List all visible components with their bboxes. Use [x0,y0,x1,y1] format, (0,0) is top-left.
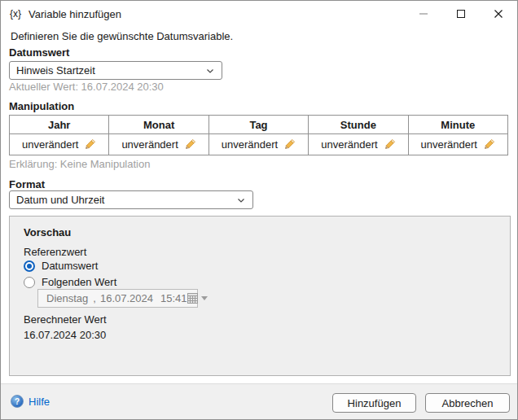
radio-folgenden-wert[interactable]: Folgenden Wert [24,276,116,288]
datumswert-dropdown-value: Hinweis Startzeit [16,64,95,77]
radio-selected-icon [24,260,35,272]
maximize-button[interactable] [442,1,480,27]
format-dropdown-value: Datum und Uhrzeit [16,194,104,206]
picker-day: Dienstag [46,292,88,304]
footer-bar: ? Hilfe Hinzufügen Abbrechen [1,383,517,419]
format-dropdown[interactable]: Datum und Uhrzeit [9,190,253,209]
variable-icon: {x} [10,8,21,20]
close-icon [494,9,503,19]
manipulation-cell-monat[interactable]: unverändert [109,134,209,155]
picker-comma: , [93,292,96,304]
titlebar: {x} Variable hinzufügen [1,1,517,27]
intro-text: Definieren Sie die gewünschte Datumsvari… [11,30,233,42]
pencil-icon[interactable] [483,138,495,151]
cancel-button[interactable]: Abbrechen [425,393,510,413]
help-link[interactable]: ? Hilfe [11,395,50,408]
pencil-icon[interactable] [283,138,296,151]
radio-datumswert-label: Datumswert [42,260,98,272]
picker-time: 15:41 [160,292,187,304]
minimize-button [405,1,442,27]
column-header-monat: Monat [109,116,209,134]
chevron-down-icon [205,66,215,76]
format-label: Format [9,178,45,190]
manipulation-value-stunde: unverändert [321,138,377,151]
window-title: Variable hinzufügen [29,8,121,20]
close-button[interactable] [480,1,517,27]
column-header-tag: Tag [209,116,309,134]
column-header-jahr: Jahr [10,116,109,134]
manipulation-cell-tag[interactable]: unverändert [209,134,309,155]
picker-dropdown-button [187,293,208,304]
minimize-icon [419,13,428,15]
manipulation-cell-jahr[interactable]: unverändert [10,134,109,155]
datumswert-dropdown[interactable]: Hinweis Startzeit [9,61,222,80]
pencil-icon[interactable] [84,138,96,151]
manipulation-value-minute: unverändert [421,138,477,151]
manipulation-value-jahr: unverändert [22,138,78,151]
calendar-icon [187,293,198,304]
column-header-minute: Minute [409,116,508,134]
manipulation-label: Manipulation [9,100,74,112]
manipulation-value-tag: unverändert [222,138,278,151]
pencil-icon[interactable] [384,138,396,151]
preview-title: Vorschau [24,226,71,238]
maximize-icon [457,10,465,18]
dialog-variable-hinzufuegen: {x} Variable hinzufügen Definieren Sie d… [0,0,518,420]
picker-date: 16.07.2024 [100,292,153,304]
help-icon: ? [11,395,24,408]
window-controls [405,1,517,27]
computed-value-label: Berechneter Wert [24,313,107,326]
manipulation-cell-minute[interactable]: unverändert [409,134,508,155]
current-value-text: Aktueller Wert: 16.07.2024 20:30 [9,81,164,93]
manipulation-table: Jahr Monat Tag Stunde Minute unverändert… [9,115,508,155]
datetime-picker: Dienstag , 16.07.2024 15:41 [37,289,198,308]
add-button[interactable]: Hinzufügen [332,393,416,413]
radio-unselected-icon [24,277,35,288]
computed-value: 16.07.2024 20:30 [24,329,106,341]
dropdown-arrow-icon [201,296,208,300]
reference-label: Referenzwert [24,246,86,258]
manipulation-value-monat: unverändert [121,138,178,151]
help-label: Hilfe [29,396,50,408]
preview-groupbox: Vorschau Referenzwert Datumswert Folgend… [9,216,511,376]
explanation-text: Erklärung: Keine Manipulation [9,158,150,170]
chevron-down-icon [236,195,246,205]
pencil-icon[interactable] [184,138,196,151]
radio-folgenden-wert-label: Folgenden Wert [42,276,116,288]
radio-datumswert[interactable]: Datumswert [24,260,98,272]
column-header-stunde: Stunde [309,116,408,134]
manipulation-cell-stunde[interactable]: unverändert [309,134,408,155]
datumswert-label: Datumswert [9,46,69,59]
